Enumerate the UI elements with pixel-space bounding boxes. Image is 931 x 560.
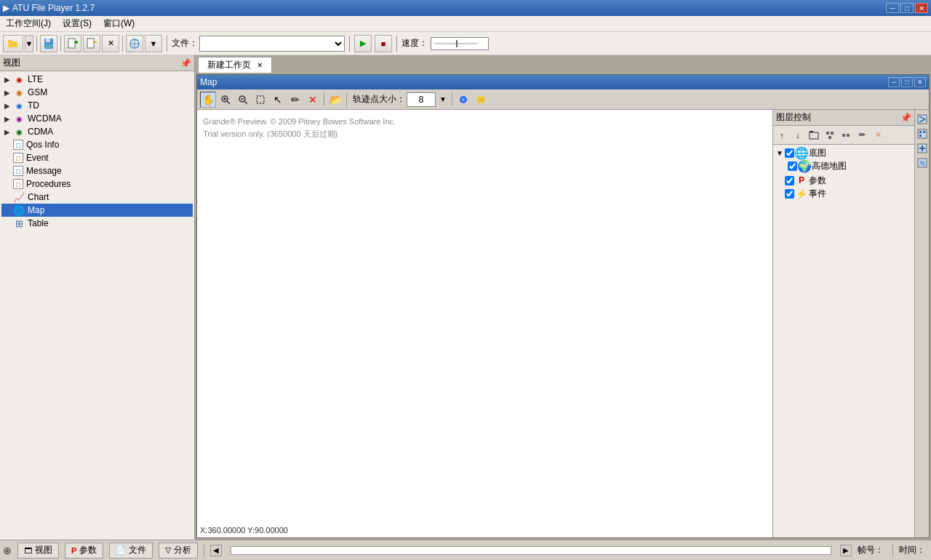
layer-panel-pin: 📌 bbox=[900, 113, 911, 123]
sidebar-item-message[interactable]: ▶ □ Message bbox=[1, 164, 193, 177]
params-tab-label: 参数 bbox=[79, 544, 97, 556]
app-icon: ▶ bbox=[3, 3, 9, 13]
network-btn2[interactable]: ▼ bbox=[145, 35, 162, 52]
map-title-controls: ─ □ ✕ bbox=[888, 77, 926, 87]
time-info: 时间： bbox=[899, 544, 928, 556]
layer-move-down[interactable]: ↓ bbox=[791, 128, 805, 143]
layer-check-gaode[interactable] bbox=[788, 161, 797, 171]
open-arrow-button[interactable]: ▼ bbox=[25, 35, 33, 52]
status-tab-files[interactable]: 📄 文件 bbox=[109, 543, 153, 559]
track-size-input[interactable] bbox=[407, 92, 436, 107]
map-maximize-button[interactable]: □ bbox=[901, 77, 913, 87]
sidebar-item-map[interactable]: ▶ 🌐 Map bbox=[1, 204, 193, 217]
analysis-tab-icon: ▽ bbox=[165, 545, 171, 555]
label-qos: Qos Info bbox=[26, 140, 59, 150]
map-hand-tool[interactable]: ✋ bbox=[200, 92, 216, 108]
sidebar-item-procedures[interactable]: ▶ □ Procedures bbox=[1, 177, 193, 191]
layer-panel-title: 图层控制 bbox=[776, 111, 811, 124]
label-message: Message bbox=[26, 166, 62, 176]
sidebar-item-table[interactable]: ▶ ⊞ Table bbox=[1, 217, 193, 230]
layer-expand-base[interactable]: ▼ bbox=[776, 149, 783, 157]
menu-workspace[interactable]: 工作空间(J) bbox=[3, 16, 54, 31]
icon-procedures: □ bbox=[13, 179, 23, 189]
svg-rect-30 bbox=[842, 134, 845, 137]
file-select[interactable] bbox=[199, 36, 345, 52]
left-panel: 视图 📌 ▶ ◉ LTE ▶ ◉ GSM ▶ ◉ TD bbox=[0, 55, 195, 540]
arrow-lte: ▶ bbox=[4, 76, 13, 84]
menu-settings[interactable]: 设置(S) bbox=[60, 16, 95, 31]
layer-check-params[interactable] bbox=[785, 176, 794, 185]
sidebar-item-lte[interactable]: ▶ ◉ LTE bbox=[1, 73, 193, 86]
save-button[interactable] bbox=[40, 35, 57, 52]
sidebar-item-event[interactable]: ▶ □ Event bbox=[1, 151, 193, 164]
rt-expand1[interactable] bbox=[916, 113, 929, 126]
scroll-right-button[interactable]: ▶ bbox=[840, 545, 852, 556]
icon-table: ⊞ bbox=[13, 217, 25, 229]
map-delete[interactable]: ✕ bbox=[305, 92, 321, 108]
time-label: 时间： bbox=[899, 544, 925, 556]
layer-merge[interactable] bbox=[823, 128, 837, 143]
play-button[interactable]: ▶ bbox=[354, 35, 372, 52]
rt-expand3[interactable] bbox=[916, 142, 929, 155]
scroll-bar[interactable] bbox=[231, 546, 831, 555]
map-draw[interactable]: ✏ bbox=[287, 92, 303, 108]
layer-check-base[interactable] bbox=[785, 148, 794, 158]
svg-rect-29 bbox=[828, 136, 831, 139]
open-button[interactable] bbox=[3, 35, 23, 52]
menu-bar: 工作空间(J) 设置(S) 窗口(W) bbox=[0, 16, 931, 32]
map-zoom-out[interactable] bbox=[235, 92, 251, 108]
layer-delete[interactable]: ✕ bbox=[871, 128, 885, 143]
analysis-tab-label: 分析 bbox=[174, 544, 191, 556]
map-window: Map ─ □ ✕ ✋ bbox=[196, 74, 930, 538]
menu-window[interactable]: 窗口(W) bbox=[100, 16, 137, 31]
tab-new-workspace[interactable]: 新建工作页 ✕ bbox=[198, 57, 272, 73]
map-pointer[interactable]: ↖ bbox=[270, 92, 286, 108]
stop-button[interactable]: ■ bbox=[375, 35, 392, 52]
icon-map: 🌐 bbox=[13, 204, 25, 216]
layer-split[interactable] bbox=[839, 128, 853, 143]
status-tab-params[interactable]: P 参数 bbox=[65, 543, 103, 559]
file-label: 文件： bbox=[172, 37, 198, 49]
sidebar-item-qos[interactable]: ▶ □ Qos Info bbox=[1, 138, 193, 151]
rt-expand4[interactable]: 地 bbox=[916, 156, 929, 169]
svg-rect-27 bbox=[826, 132, 829, 135]
network-button[interactable] bbox=[126, 35, 143, 52]
sidebar-item-chart[interactable]: ▶ 📈 Chart bbox=[1, 191, 193, 204]
map-minimize-button[interactable]: ─ bbox=[888, 77, 900, 87]
sidebar-item-cdma[interactable]: ▶ ◉ CDMA bbox=[1, 125, 193, 138]
minimize-button[interactable]: ─ bbox=[886, 3, 899, 13]
close-button[interactable]: ✕ bbox=[915, 3, 928, 13]
svg-rect-35 bbox=[918, 129, 927, 138]
sidebar-item-wcdma[interactable]: ▶ ◉ WCDMA bbox=[1, 112, 193, 125]
layer-edit[interactable]: ✏ bbox=[855, 128, 869, 143]
maximize-button[interactable]: □ bbox=[900, 3, 914, 13]
new-workspace-button[interactable] bbox=[64, 35, 81, 52]
sep5 bbox=[349, 36, 350, 52]
map-close-button[interactable]: ✕ bbox=[914, 77, 926, 87]
status-tab-analysis[interactable]: ▽ 分析 bbox=[159, 543, 198, 559]
workspace: 新建工作页 ✕ Map ─ □ ✕ ✋ bbox=[195, 55, 931, 540]
speed-slider[interactable] bbox=[431, 37, 489, 50]
scroll-left-button[interactable]: ◀ bbox=[210, 545, 222, 556]
map-select-rect[interactable] bbox=[252, 92, 268, 108]
map-open-file[interactable]: 📂 bbox=[327, 92, 343, 108]
layer-check-events[interactable] bbox=[785, 189, 794, 199]
layer-move-up[interactable]: ↑ bbox=[775, 128, 789, 143]
close-workspace-button[interactable]: ✕ bbox=[102, 35, 119, 52]
layer-tree: ▼ 🌐 底图 🌍 bbox=[773, 145, 914, 537]
sidebar-item-td[interactable]: ▶ ◉ TD bbox=[1, 99, 193, 112]
rt-expand2[interactable] bbox=[916, 127, 929, 140]
sidebar-item-gsm[interactable]: ▶ ◉ GSM bbox=[1, 86, 193, 99]
tab-close-icon[interactable]: ✕ bbox=[257, 61, 263, 69]
map-color1[interactable] bbox=[455, 92, 471, 108]
open-workspace-button[interactable] bbox=[83, 35, 100, 52]
map-coordinates: X:360.00000 Y:90.00000 bbox=[200, 526, 288, 535]
map-zoom-in[interactable] bbox=[217, 92, 233, 108]
map-color2[interactable] bbox=[473, 92, 489, 108]
left-panel-header: 视图 📌 bbox=[0, 55, 194, 71]
layer-add-group[interactable] bbox=[807, 128, 821, 143]
status-tab-view[interactable]: 🗖 视图 bbox=[17, 543, 59, 559]
track-size-dropdown[interactable]: ▼ bbox=[437, 92, 449, 108]
layer-row-gaode: 🌍 高德地图 bbox=[775, 159, 913, 172]
label-gsm: GSM bbox=[28, 87, 47, 97]
